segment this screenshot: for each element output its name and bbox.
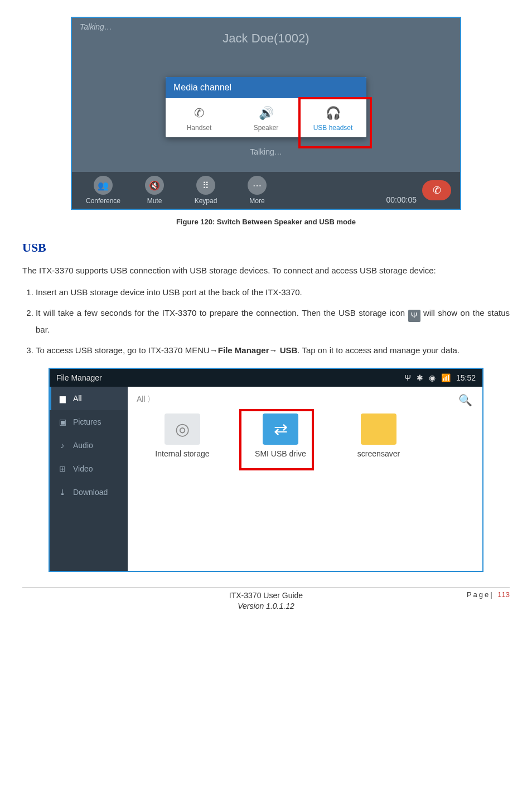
keypad-icon: ⠿	[196, 176, 215, 195]
step-3-text-d: . Tap on it to access and manage your da…	[297, 345, 460, 355]
usb-drive-icon: ⇄	[263, 413, 298, 445]
hangup-button[interactable]: ✆	[422, 180, 451, 200]
pictures-icon: ▣	[57, 417, 67, 426]
option-speaker-label: Speaker	[254, 124, 279, 132]
item-usb-drive[interactable]: ⇄ SMI USB drive	[247, 413, 314, 458]
option-handset-label: Handset	[187, 124, 212, 132]
handset-icon: ✆	[168, 106, 230, 121]
step-1: Insert an USB storage device into USB po…	[36, 285, 510, 300]
page-num-value: 113	[497, 590, 510, 599]
page-label: Page|	[467, 590, 494, 599]
intro-paragraph: The ITX-3370 supports USB connection wit…	[22, 264, 510, 277]
status-talking-mid: Talking…	[72, 147, 460, 156]
audio-icon: ♪	[57, 441, 67, 450]
footer-version: Version 1.0.1.12	[22, 601, 510, 612]
speaker-icon: 🔊	[235, 106, 297, 121]
sidebar-label-all: All	[73, 394, 82, 403]
item-screensaver[interactable]: screensaver	[345, 413, 412, 458]
sidebar-item-pictures[interactable]: ▣ Pictures	[50, 410, 128, 434]
item-usb-label: SMI USB drive	[255, 449, 306, 458]
step-1-text: Insert an USB storage device into USB po…	[36, 287, 302, 297]
search-button[interactable]: 🔍	[458, 393, 472, 407]
item-internal-storage[interactable]: ◎ Internal storage	[149, 413, 216, 458]
step-3-text-a: To access USB storage, go to ITX-3370 ME…	[36, 345, 210, 355]
usb-icon: Ψ	[404, 373, 411, 382]
folder-icon	[361, 413, 396, 445]
steps-list: Insert an USB storage device into USB po…	[22, 285, 510, 358]
breadcrumb[interactable]: All 〉	[137, 392, 473, 413]
sidebar-label-audio: Audio	[73, 441, 93, 450]
clock-label: 15:52	[456, 373, 476, 382]
sidebar-item-video[interactable]: ⊞ Video	[50, 457, 128, 480]
hangup-icon: ✆	[433, 184, 441, 196]
wifi-icon: 📶	[441, 373, 451, 382]
conference-icon: 👥	[94, 176, 113, 195]
video-icon: ⊞	[57, 464, 67, 473]
option-speaker[interactable]: 🔊 Speaker	[233, 98, 299, 137]
option-usb-headset[interactable]: 🎧 USB headset	[299, 98, 366, 137]
option-usb-headset-label: USB headset	[313, 124, 353, 132]
sidebar-label-pictures: Pictures	[73, 417, 101, 426]
more-icon: ⋯	[248, 176, 267, 195]
sidebar-label-video: Video	[73, 464, 93, 473]
section-heading-usb: USB	[22, 241, 510, 255]
status-talking-top: Talking…	[80, 22, 112, 31]
sidebar-item-download[interactable]: ⤓ Download	[50, 480, 128, 504]
download-icon: ⤓	[57, 488, 67, 497]
step-2-text-a: It will take a few seconds for the ITX-3…	[36, 308, 408, 318]
sidebar-item-audio[interactable]: ♪ Audio	[50, 434, 128, 457]
more-label: More	[249, 197, 264, 205]
call-screen: Talking… Jack Doe(1002) Media channel ✆ …	[72, 18, 460, 209]
conference-label: Conference	[86, 197, 120, 205]
sidebar-item-all[interactable]: ▆ All	[50, 387, 128, 410]
sidebar-label-download: Download	[73, 488, 108, 497]
storage-icon: ◎	[165, 413, 200, 445]
option-handset[interactable]: ✆ Handset	[166, 98, 233, 137]
filemanager-screenshot: File Manager Ψ ✱ ◉ 📶 15:52 ▆ All ▣ Pictu…	[49, 368, 483, 572]
call-bottom-bar: 👥 Conference 🔇 Mute ⠿ Keypad ⋯ More 00:0…	[72, 172, 460, 209]
footer-rule	[22, 588, 510, 588]
folder-icon: ▆	[57, 394, 67, 403]
item-screensaver-label: screensaver	[357, 449, 400, 458]
page-footer: Page| 113 ITX-3370 User Guide Version 1.…	[22, 590, 510, 616]
mute-label: Mute	[147, 197, 162, 205]
item-internal-label: Internal storage	[155, 449, 209, 458]
keypad-button[interactable]: ⠿ Keypad	[180, 176, 231, 205]
search-icon: 🔍	[458, 394, 472, 406]
popup-title: Media channel	[166, 77, 366, 98]
call-timer: 00:00:05	[381, 195, 423, 204]
fm-sidebar: ▆ All ▣ Pictures ♪ Audio ⊞ Video ⤓ Downl…	[50, 387, 128, 571]
headset-icon: 🎧	[302, 106, 364, 121]
caller-name: Jack Doe(1002)	[72, 31, 460, 46]
conference-button[interactable]: 👥 Conference	[78, 176, 129, 205]
footer-guide: ITX-3370 User Guide	[22, 590, 510, 602]
mute-icon: 🔇	[145, 176, 164, 195]
more-button[interactable]: ⋯ More	[231, 176, 283, 205]
network-icon: ◉	[429, 373, 436, 382]
usb-status-icon: Ψ	[408, 310, 420, 322]
step-3-bold-usb: USB	[278, 345, 298, 355]
bluetooth-icon: ✱	[417, 373, 423, 382]
step-3: To access USB storage, go to ITX-3370 ME…	[36, 343, 510, 358]
fm-titlebar: File Manager Ψ ✱ ◉ 📶 15:52	[50, 369, 482, 387]
media-channel-popup: Media channel ✆ Handset 🔊 Speaker 🎧 USB …	[166, 77, 366, 137]
page-number: Page| 113	[467, 590, 510, 599]
step-2: It will take a few seconds for the ITX-3…	[36, 305, 510, 337]
fm-title: File Manager	[56, 373, 399, 382]
mute-button[interactable]: 🔇 Mute	[129, 176, 180, 205]
call-screenshot: Talking… Jack Doe(1002) Media channel ✆ …	[71, 17, 461, 210]
fm-main: All 〉 🔍 ◎ Internal storage ⇄ SMI USB dri…	[128, 387, 482, 571]
keypad-label: Keypad	[195, 197, 217, 205]
step-3-bold-filemanager: File Manager	[218, 345, 269, 355]
figure1-caption: Figure 120: Switch Between Speaker and U…	[22, 218, 510, 226]
